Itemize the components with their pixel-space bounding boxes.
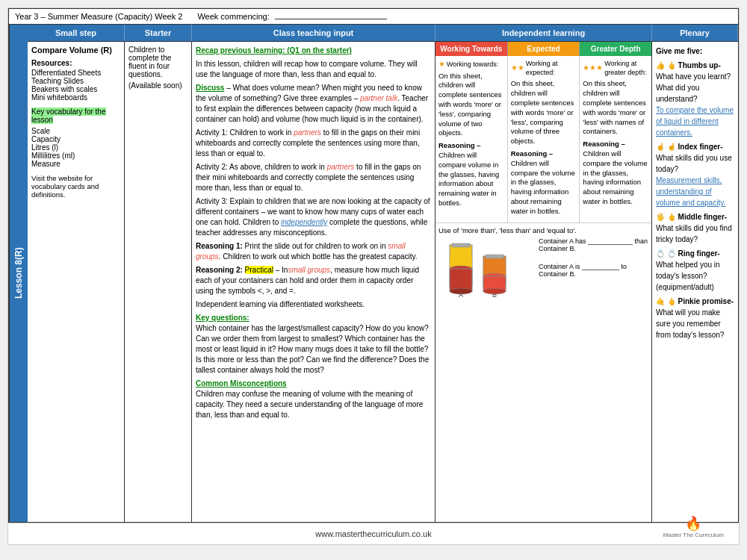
misconceptions-text: Children may confuse the meaning of volu…	[196, 390, 423, 419]
container-illustration: A B	[438, 237, 648, 314]
give-five: Give me five:	[656, 46, 734, 57]
teaching-column: Recap previous learning: (Q1 on the star…	[192, 42, 436, 522]
main-table: Lesson 8(R) Small step Starter Class tea…	[8, 25, 739, 523]
wt-reasoning: Reasoning – Children will compare volume…	[438, 141, 504, 208]
index-icon: ☝	[656, 143, 665, 151]
recap-underline: Recap previous learning: (Q1 on the star…	[196, 46, 352, 55]
col-header-small-step: Small step	[28, 25, 125, 41]
gd-desc: On this sheet, children will complete se…	[583, 79, 648, 137]
ring-icon: 💍	[656, 249, 665, 258]
small-step-column: Compare Volume (R) Resources: Differenti…	[28, 42, 125, 522]
ring-label: 💍 Ring finger-	[667, 249, 720, 258]
independent-note: Independent learning via differentiated …	[196, 299, 431, 310]
small-groups2: small groups	[288, 266, 330, 274]
gd-reasoning-label: Reasoning –	[583, 140, 625, 148]
svg-point-13	[483, 288, 506, 294]
columns-container: Small step Starter Class teaching input …	[28, 25, 738, 522]
key-questions-para: Key questions: Which container has the l…	[196, 313, 431, 376]
ind-headers: Working Towards Expected Greater Depth	[436, 42, 651, 56]
plenary-column: Give me five: 👍 🖕 Thumbs up- What have y…	[652, 42, 738, 522]
col-header-class-teaching: Class teaching input	[192, 25, 436, 41]
svg-rect-9	[450, 269, 472, 291]
gd-stars: ★ ★ ★ Working at greater depth:	[583, 59, 648, 77]
wt-reasoning-text: Children will compare volume in the glas…	[438, 151, 499, 207]
reasoning1-para: Reasoning 1: Print the slide out for chi…	[196, 241, 431, 262]
wt-header: Working Towards	[436, 42, 508, 56]
wt-desc: On this sheet, children will complete se…	[438, 72, 504, 139]
activity1-para: Activity 1: Children to work in partners…	[196, 128, 431, 159]
pinkie-q: What will you make sure you remember fro…	[656, 308, 724, 339]
use-of-label: Use of 'more than', 'less than' and 'equ…	[438, 226, 648, 234]
gd-reasoning-text: Children will compare the volume in the …	[583, 149, 647, 205]
index-finger: ☝ ☝ Index finger- What skills did you us…	[656, 141, 734, 208]
index-label: ☝ Index finger-	[667, 143, 723, 151]
misconceptions-label: Common Misconceptions	[196, 379, 287, 388]
resource-item: Beakers with scales	[31, 85, 120, 93]
partners2: partners	[327, 163, 355, 171]
website-note: Visit the website for vocabulary cards a…	[31, 174, 120, 199]
ind-image-area: Use of 'more than', 'less than' and 'equ…	[436, 223, 651, 317]
vocab-list: Scale Capacity Litres (l) Millilitres (m…	[31, 127, 120, 168]
svg-rect-2	[452, 243, 470, 247]
exp-stars: ★ ★ Working at expected:	[511, 59, 577, 77]
index-q: What skills did you use today?	[656, 154, 732, 173]
thumbs-icon: 👍	[656, 61, 665, 69]
containers-svg: A B	[438, 237, 536, 312]
middle-q: What skills did you find tricky today?	[656, 224, 732, 243]
column-headers-row: Small step Starter Class teaching input …	[28, 25, 738, 41]
logo-flame-icon: 🔥	[663, 515, 724, 532]
vocab-label: Key vocabulary for the lesson	[31, 108, 106, 124]
exp-col: ★ ★ Working at expected: On this sheet, …	[508, 56, 580, 223]
thumbs-q: What have you learnt? What did you under…	[656, 72, 731, 103]
partners1: partners	[294, 128, 321, 137]
pinkie-icon: 🤙	[656, 297, 665, 305]
reasoning2-text: – In	[273, 266, 288, 274]
lesson-title: Compare Volume (R)	[31, 46, 120, 55]
vocab-item: Scale	[31, 127, 120, 135]
ind-content: ★ Working towards: On this sheet, childr…	[436, 56, 651, 223]
footer-website: www.masterthecurriculum.co.uk	[315, 529, 431, 538]
reasoning2-para: Reasoning 2: Practical – Insmall groups,…	[196, 265, 431, 296]
vocab-item: Capacity	[31, 135, 120, 143]
recap-label: Recap previous learning: (Q1 on the star…	[196, 46, 431, 56]
thumbs-up: 👍 🖕 Thumbs up- What have you learnt? Wha…	[656, 60, 734, 138]
svg-point-10	[450, 288, 472, 294]
exp-reasoning-text: Children will compare the volume in the …	[511, 159, 575, 215]
star2: ★	[589, 63, 596, 73]
logo-text: Master The Curriculum	[663, 532, 724, 538]
star1: ★	[438, 59, 445, 69]
wt-reasoning-label: Reasoning –	[438, 141, 481, 149]
col-header-plenary: Plenary	[652, 25, 738, 41]
col-header-starter: Starter	[125, 25, 192, 41]
content-row: Compare Volume (R) Resources: Differenti…	[28, 41, 738, 522]
resource-list: Differentiated Sheets Teaching Slides Be…	[31, 69, 120, 102]
key-questions-label: Key questions:	[196, 314, 249, 322]
container-a-label: Container A has ____________ than Contai…	[539, 237, 648, 252]
pinkie-label: 🖕 Pinkie promise-	[667, 297, 734, 305]
footer: www.masterthecurriculum.co.uk 🔥 Master T…	[8, 523, 739, 544]
exp-desc: On this sheet, children will complete se…	[511, 79, 577, 146]
partner-talk: partner talk	[360, 94, 397, 102]
container-labels: Container A has ____________ than Contai…	[539, 237, 648, 281]
teaching-intro: In this lesson, children will recap how …	[196, 59, 431, 80]
page-wrapper: Year 3 – Summer Measure (Capacity) Week …	[7, 7, 740, 545]
thumbs-label: 🖕 Thumbs up-	[667, 61, 721, 69]
page-title: Year 3 – Summer Measure (Capacity) Week …	[15, 12, 182, 21]
exp-header: Expected	[508, 42, 580, 56]
wt-star-label: Working towards:	[447, 60, 498, 69]
activity2-text: Activity 2: As above, children to work i…	[196, 163, 325, 171]
star1: ★	[511, 63, 518, 73]
ring-q: What helped you in today's lesson? (equi…	[656, 261, 720, 291]
practical: Practical	[245, 266, 273, 274]
footer-logo: 🔥 Master The Curriculum	[663, 515, 724, 538]
gd-header: Greater Depth	[580, 42, 651, 56]
resource-item: Differentiated Sheets	[31, 69, 120, 77]
independently: independently	[281, 218, 327, 226]
middle-icon: 🖐	[656, 213, 665, 221]
week-line	[275, 19, 387, 19]
vocab-item: Measure	[31, 160, 120, 168]
lesson-label: Lesson 8(R)	[9, 25, 28, 522]
key-questions-text: Which container has the largest/smallest…	[196, 324, 429, 374]
exp-star-label: Working at expected:	[526, 59, 577, 77]
svg-rect-6	[486, 255, 503, 258]
